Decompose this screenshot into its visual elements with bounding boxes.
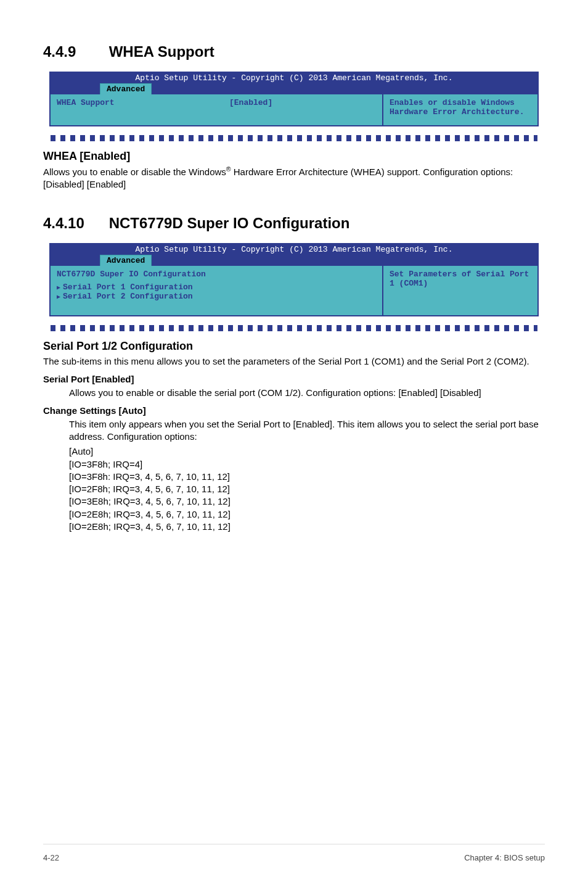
page-footer: 4-22 Chapter 4: BIOS setup [43, 844, 545, 862]
bios-item-label: WHEA Support [57, 98, 229, 107]
bios-help-pane: Set Parameters of Serial Port 1 (COM1) [382, 266, 537, 315]
change-settings-intro: This item only appears when you set the … [43, 418, 545, 444]
config-option: [IO=2E8h; IRQ=3, 4, 5, 6, 7, 10, 11, 12] [69, 508, 545, 521]
bios-tab-row: Advanced [51, 83, 537, 94]
bios-heading: NCT6779D Super IO Configuration [57, 270, 376, 279]
bios-tear-edge [51, 135, 537, 141]
config-option: [IO=3F8h; IRQ=4] [69, 458, 545, 471]
chapter-label: Chapter 4: BIOS setup [464, 853, 545, 862]
bios-screenshot-whea: Aptio Setup Utility - Copyright (C) 2013… [49, 72, 539, 126]
config-option: [IO=2F8h; IRQ=3, 4, 5, 6, 7, 10, 11, 12] [69, 483, 545, 495]
bios-copyright: Aptio Setup Utility - Copyright (C) 2013… [51, 73, 537, 83]
whea-enabled-heading: WHEA [Enabled] [43, 150, 545, 163]
section-title: WHEA Support [109, 43, 214, 60]
change-settings-heading: Change Settings [Auto] [43, 405, 545, 416]
bios-tab-row: Advanced [51, 255, 537, 266]
section-number: 4.4.9 [43, 43, 105, 60]
config-option: [IO=2E8h; IRQ=3, 4, 5, 6, 7, 10, 11, 12] [69, 521, 545, 533]
bios-submenu-serial1: Serial Port 1 Configuration [57, 283, 376, 292]
serial-config-paragraph: The sub-items in this menu allows you to… [43, 355, 545, 368]
serial-port-heading: Serial Port [Enabled] [43, 374, 545, 384]
bios-tear-edge [51, 325, 537, 331]
serial-config-heading: Serial Port 1/2 Configuration [43, 340, 545, 353]
serial-port-body: Allows you to enable or disable the seri… [43, 387, 545, 399]
registered-symbol: ® [226, 165, 231, 173]
bios-submenu-serial2: Serial Port 2 Configuration [57, 292, 376, 301]
config-option: [IO=3F8h: IRQ=3, 4, 5, 6, 7, 10, 11, 12] [69, 471, 545, 483]
bios-help-pane: Enables or disable Windows Hardware Erro… [382, 94, 537, 125]
section-number: 4.4.10 [43, 215, 105, 232]
config-option: [Auto] [69, 445, 545, 458]
section-heading-4410: 4.4.10 NCT6779D Super IO Configuration [43, 215, 545, 232]
bios-tab-advanced: Advanced [100, 83, 152, 94]
bios-tab-advanced: Advanced [100, 255, 152, 266]
whea-para-pre: Allows you to enable or disable the Wind… [43, 167, 226, 177]
page-number: 4-22 [43, 853, 59, 862]
bios-left-pane: WHEA Support [Enabled] [51, 94, 382, 125]
bios-screenshot-superio: Aptio Setup Utility - Copyright (C) 2013… [49, 243, 539, 316]
config-option: [IO=3E8h; IRQ=3, 4, 5, 6, 7, 10, 11, 12] [69, 495, 545, 508]
bios-left-pane: NCT6779D Super IO Configuration Serial P… [51, 266, 382, 315]
bios-copyright: Aptio Setup Utility - Copyright (C) 2013… [51, 244, 537, 255]
section-heading-449: 4.4.9 WHEA Support [43, 43, 545, 60]
section-title: NCT6779D Super IO Configuration [109, 215, 350, 231]
whea-paragraph: Allows you to enable or disable the Wind… [43, 165, 545, 190]
bios-item-value: [Enabled] [229, 98, 272, 107]
